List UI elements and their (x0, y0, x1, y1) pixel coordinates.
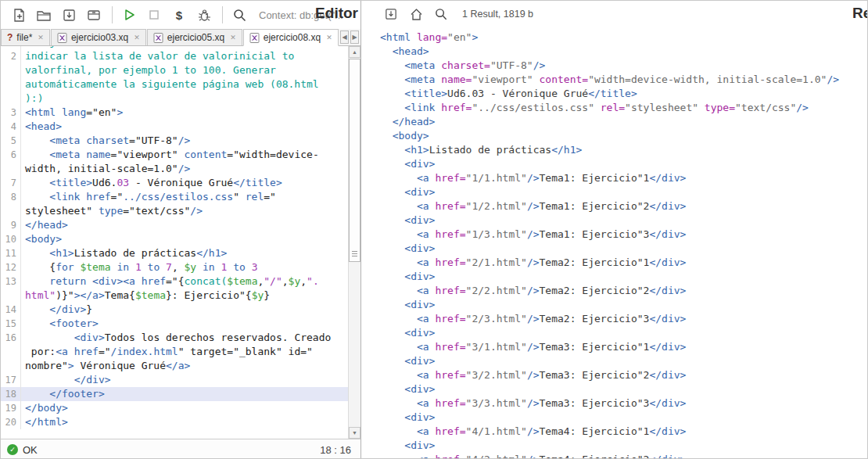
line-number (1, 91, 21, 106)
run-icon (122, 8, 136, 22)
result-line: <div> (380, 213, 868, 228)
line-number: 14 (1, 303, 21, 317)
tab-ejercicio08-xq[interactable]: ejercicio08.xq✕ (243, 29, 339, 46)
tab-file-[interactable]: ?file*✕ (1, 29, 50, 45)
result-line: <div> (380, 411, 868, 425)
result-output[interactable]: <html lang="en"> <head> <meta charset="U… (380, 30, 868, 459)
result-line: <h1>Listado de prácticas</h1> (380, 143, 868, 157)
code-text: width, initial-scale=1.0"/> (21, 162, 190, 176)
result-line: <a href="3/3.html"/>Tema3: Ejercicio"3</… (380, 396, 868, 411)
result-line: <div> (380, 382, 868, 396)
code-text: indicar la lista de valor de valorinicia… (21, 49, 294, 63)
editor-line-9: 9</head> (1, 218, 348, 232)
code-lines: 1(: Ejercicio 08:2indicar la lista de va… (1, 46, 348, 429)
code-text: <meta charset="UTF-8"/> (21, 134, 190, 148)
result-line: <title>Ud6.03 - Véronique Grué</title> (380, 87, 868, 101)
tab-close-icon[interactable]: ✕ (38, 34, 44, 41)
editor-toolbar: $ Context: db:get("... (1, 1, 360, 29)
editor-line-12: 12 {for $tema in 1 to 7, $y in 1 to 3 (1, 260, 348, 274)
scroll-down-icon[interactable]: ▼ (349, 427, 360, 439)
result-line: <head> (380, 45, 868, 59)
editor-line-5: 5 <meta charset="UTF-8"/> (1, 134, 348, 148)
code-text: <title>Ud6.03 - Véronique Grué</title> (21, 176, 282, 190)
code-text: <head> (21, 120, 62, 134)
editor-panel: $ Context: db:get("... Editor ?file*✕eje… (1, 1, 361, 459)
line-number: 6 (1, 148, 21, 162)
result-line: <a href="1/1.html"/>Tema1: Ejercicio"1</… (380, 171, 868, 185)
scroll-up-icon[interactable]: ▲ (349, 46, 360, 58)
editor-line-4: 4<head> (1, 120, 348, 134)
result-line: <div> (380, 326, 868, 340)
variables-icon: $ (176, 9, 182, 22)
run-query-button[interactable] (119, 5, 139, 25)
tab-label: file* (16, 32, 32, 43)
code-text: por:<a href="/index.html" target="_blank… (21, 345, 313, 359)
save-result-button[interactable] (381, 4, 401, 24)
save-result-icon (384, 7, 398, 21)
editor-line-2: 2indicar la lista de valor de valorinici… (1, 49, 348, 63)
editor-line-2-wrap: ):) (1, 91, 348, 106)
code-text: return <div><a href="{concat($tema,"/",$… (21, 274, 319, 289)
open-file-button[interactable] (34, 5, 54, 25)
save-icon (62, 8, 77, 23)
result-panel-title: Result (852, 5, 868, 22)
editor-line-10: 10<body> (1, 232, 348, 246)
code-text: <h1>Listado de prácticas</h1> (21, 246, 227, 260)
result-toolbar: 1 Result, 1819 b (375, 1, 868, 27)
tab-ejercicio03-xq[interactable]: ejercicio03.xq✕ (51, 29, 146, 45)
line-number: 2 (1, 49, 21, 63)
code-text: <div>Todos los derechos reservados. Crea… (21, 331, 331, 345)
result-panel: 1 Result, 1819 b Result <html lang="en">… (375, 1, 868, 459)
tab-ejercicio05-xq[interactable]: ejercicio05.xq✕ (147, 29, 242, 45)
code-editor[interactable]: 1(: Ejercicio 08:2indicar la lista de va… (1, 46, 348, 439)
scrollbar-thumb[interactable] (349, 59, 360, 262)
tab-close-icon[interactable]: ✕ (326, 34, 332, 41)
result-line: <div> (380, 298, 868, 312)
editor-line-17: 17 </div> (1, 373, 348, 387)
close-file-button[interactable] (84, 5, 104, 25)
editor-line-11: 11 <h1>Listado de prácticas</h1> (1, 246, 348, 260)
result-line: <a href="4/1.html"/>Tema4: Ejercicio"1</… (380, 425, 868, 439)
tab-scroll-left-icon[interactable]: ◀ (340, 30, 349, 44)
line-number (1, 77, 21, 91)
find-result-button[interactable] (431, 4, 451, 24)
line-number: 16 (1, 331, 21, 345)
result-line: <div> (380, 354, 868, 368)
tab-scroll-right-icon[interactable]: ▶ (350, 30, 359, 44)
code-text: ):) (21, 91, 43, 106)
line-number: 7 (1, 176, 21, 190)
line-number: 13 (1, 274, 21, 289)
bug-icon (197, 8, 212, 23)
new-file-button[interactable] (9, 5, 29, 25)
line-number: 8 (1, 190, 21, 204)
stop-button[interactable] (144, 5, 164, 25)
save-button[interactable] (59, 5, 79, 25)
line-number: 5 (1, 134, 21, 148)
line-number: 19 (1, 401, 21, 415)
xquery-file-icon (57, 33, 67, 43)
code-text: </div>} (21, 303, 92, 317)
caret-position: 18 : 16 (320, 444, 351, 456)
tab-close-icon[interactable]: ✕ (230, 34, 236, 41)
code-text: </head> (21, 218, 68, 232)
jump-to-file-button[interactable] (229, 5, 249, 25)
editor-line-6-wrap: width, initial-scale=1.0"/> (1, 162, 348, 176)
editor-scrollbar[interactable]: ▲ ▼ (348, 46, 360, 439)
code-text: <meta name="viewport" content="width=dev… (21, 148, 319, 162)
tab-close-icon[interactable]: ✕ (134, 34, 140, 41)
result-line: <html lang="en"> (380, 30, 868, 45)
code-text: <html lang="en"> (21, 106, 123, 120)
editor-line-16-wrap: nombre"> Véronique Grué</a> (1, 359, 348, 373)
home-button[interactable] (406, 4, 426, 24)
toolbar-separator (112, 6, 113, 23)
line-number: 12 (1, 260, 21, 274)
external-variables-button[interactable]: $ (169, 5, 189, 25)
editor-line-20: 20</html> (1, 415, 348, 429)
editor-line-16-wrap: por:<a href="/index.html" target="_blank… (1, 345, 348, 359)
xquery-file-icon (249, 33, 260, 43)
scrollbar-grip (352, 251, 357, 256)
result-info: 1 Result, 1819 b (462, 9, 533, 20)
editor-line-13: 13 return <div><a href="{concat($tema,"/… (1, 274, 348, 289)
status-text: OK (23, 444, 38, 456)
debug-button[interactable] (194, 5, 214, 25)
